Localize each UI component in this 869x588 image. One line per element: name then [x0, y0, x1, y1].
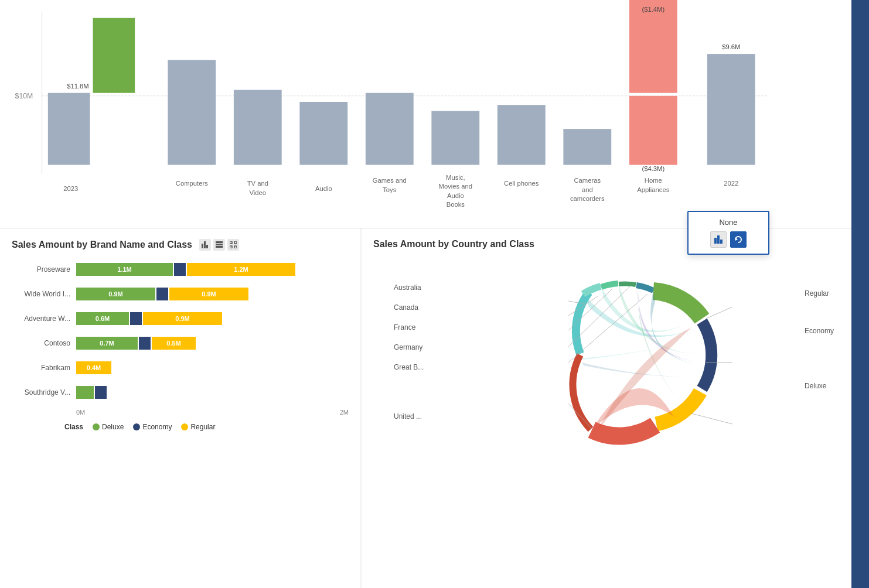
bar-2023-green[interactable]	[93, 18, 135, 93]
proseware-deluxe-bar[interactable]: 1.1M	[76, 263, 173, 276]
svg-rect-35	[230, 241, 232, 244]
brand-bars-adventure: 0.6M 0.9M	[76, 312, 349, 325]
contoso-deluxe-bar[interactable]: 0.7M	[76, 337, 138, 350]
southridge-economy-bar[interactable]	[95, 386, 107, 399]
legend-economy: Economy	[133, 423, 172, 431]
svg-text:Computers: Computers	[176, 180, 208, 187]
proseware-regular-bar[interactable]: 1.2M	[187, 263, 295, 276]
sidebar	[851, 0, 869, 588]
popup-refresh-button[interactable]	[730, 231, 747, 248]
legend-regular-label: Regular	[190, 423, 215, 431]
svg-rect-0	[714, 238, 717, 244]
contoso-regular-bar[interactable]: 0.5M	[152, 337, 196, 350]
chord-svg	[475, 260, 756, 447]
country-france: France	[394, 323, 424, 331]
x-axis-0m: 0M	[76, 409, 85, 416]
bar-home-appliances-pos[interactable]	[629, 0, 677, 93]
svg-text:2023: 2023	[63, 185, 78, 192]
focus-icon[interactable]	[227, 239, 239, 251]
brand-label-southridge: Southridge V...	[12, 388, 76, 396]
legend-regular: Regular	[181, 423, 215, 431]
class-deluxe: Deluxe	[805, 382, 834, 390]
brand-label-adventure: Adventure W...	[12, 314, 76, 323]
bar-audio[interactable]	[299, 102, 347, 165]
svg-text:TV and: TV and	[247, 180, 268, 187]
popup-box: None	[687, 211, 769, 255]
svg-rect-30	[204, 241, 206, 248]
svg-text:Cell phones: Cell phones	[504, 180, 539, 187]
brand-row-wideworld: Wide World I... 0.9M 0.9M	[12, 286, 349, 302]
country-labels-left: Australia Canada France Germany Great B.…	[394, 283, 424, 421]
wideworld-economy-bar[interactable]	[156, 288, 168, 300]
svg-marker-3	[735, 238, 738, 241]
svg-rect-36	[234, 241, 237, 244]
adventure-economy-bar[interactable]	[130, 312, 142, 325]
bar-music-movies[interactable]	[431, 111, 479, 165]
svg-text:$11.8M: $11.8M	[67, 83, 89, 90]
contoso-economy-bar[interactable]	[139, 337, 151, 350]
southridge-deluxe-bar[interactable]	[76, 386, 94, 399]
svg-text:Music,: Music,	[446, 174, 465, 181]
legend-regular-dot	[181, 423, 188, 430]
popup-none-label: None	[697, 218, 760, 227]
brand-label-fabrikam: Fabrikam	[12, 364, 76, 372]
bar-tv-video[interactable]	[234, 90, 282, 165]
popup-overlay: None	[687, 211, 769, 255]
svg-text:Movies and: Movies and	[439, 183, 473, 190]
left-panel: Sales Amount by Brand Name and Class	[0, 228, 360, 588]
svg-rect-32	[216, 241, 223, 243]
svg-text:($1.4M): ($1.4M)	[642, 6, 664, 13]
adventure-regular-bar[interactable]: 0.9M	[143, 312, 222, 325]
left-panel-title: Sales Amount by Brand Name and Class	[12, 239, 349, 251]
brand-bars-wideworld: 0.9M 0.9M	[76, 288, 349, 300]
chart-legend: Class Deluxe Economy Regular	[12, 423, 349, 431]
bar-chart-icon[interactable]	[199, 239, 211, 251]
wideworld-deluxe-bar[interactable]: 0.9M	[76, 288, 155, 300]
svg-rect-38	[234, 246, 237, 248]
fabrikam-regular-bar[interactable]: 0.4M	[76, 361, 111, 374]
brand-bars-proseware: 1.1M 1.2M	[76, 263, 349, 276]
country-australia: Australia	[394, 283, 424, 292]
bar-2023-blue[interactable]	[48, 93, 90, 165]
class-regular: Regular	[805, 289, 834, 298]
bar-cell-phones[interactable]	[497, 105, 546, 165]
country-united: United ...	[394, 412, 424, 421]
adventure-deluxe-bar[interactable]: 0.6M	[76, 312, 129, 325]
brand-bar-chart: Proseware 1.1M 1.2M Wide World I... 0.9M…	[12, 261, 349, 449]
brand-row-adventure: Adventure W... 0.6M 0.9M	[12, 310, 349, 327]
svg-rect-31	[206, 245, 208, 248]
svg-line-45	[706, 307, 732, 319]
svg-text:and: and	[582, 186, 593, 193]
bar-home-appliances-neg[interactable]	[629, 96, 677, 165]
left-panel-title-text: Sales Amount by Brand Name and Class	[12, 240, 192, 250]
legend-deluxe-label: Deluxe	[102, 423, 124, 431]
bar-games-toys[interactable]	[366, 93, 414, 165]
bar-computers[interactable]	[168, 60, 216, 165]
brand-bars-contoso: 0.7M 0.5M	[76, 337, 349, 350]
brand-row-proseware: Proseware 1.1M 1.2M	[12, 261, 349, 278]
proseware-economy-bar[interactable]	[174, 263, 186, 276]
svg-rect-29	[202, 244, 203, 248]
svg-text:$9.6M: $9.6M	[722, 43, 740, 50]
brand-label-wideworld: Wide World I...	[12, 290, 76, 298]
svg-rect-2	[720, 240, 723, 244]
svg-text:camcorders: camcorders	[570, 195, 605, 202]
svg-text:Cameras: Cameras	[574, 177, 601, 184]
bottom-section: Sales Amount by Brand Name and Class	[0, 228, 869, 588]
legend-class-label: Class	[64, 423, 83, 431]
popup-bar-chart-button[interactable]	[710, 231, 727, 248]
bar-cameras[interactable]	[563, 129, 611, 165]
bar-2022[interactable]	[707, 54, 755, 165]
brand-bars-fabrikam: 0.4M	[76, 361, 349, 374]
table-icon[interactable]	[213, 239, 225, 251]
svg-rect-33	[216, 244, 223, 245]
svg-text:Games and: Games and	[373, 177, 407, 184]
left-panel-icons	[199, 239, 239, 251]
svg-rect-34	[216, 246, 223, 248]
chord-diagram-container: Australia Canada France Germany Great B.…	[373, 260, 857, 447]
wideworld-regular-bar[interactable]: 0.9M	[169, 288, 248, 300]
right-panel: Sales Amount by Country and Class Austra…	[362, 228, 869, 588]
class-labels-right: Regular Economy Deluxe	[805, 289, 834, 390]
svg-text:Toys: Toys	[383, 186, 396, 193]
svg-text:Video: Video	[250, 189, 267, 196]
